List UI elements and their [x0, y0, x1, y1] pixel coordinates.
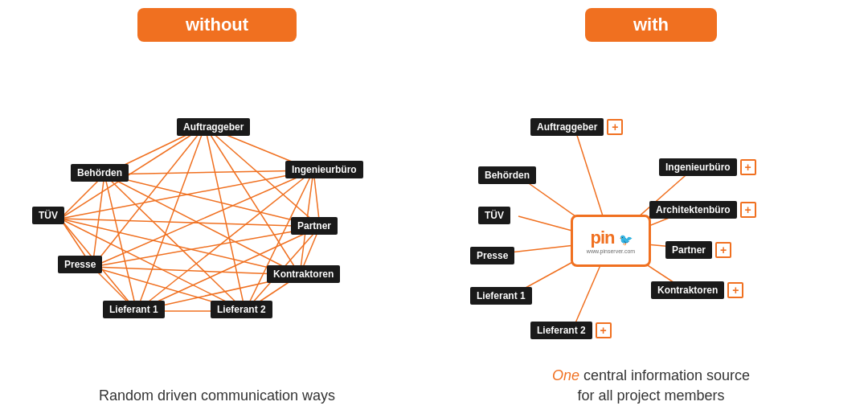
- node-behorden-right: Behörden: [478, 166, 536, 184]
- node-lieferant2-right: Lieferant 2 +: [530, 322, 612, 339]
- node-kontraktoren-left: Kontraktoren: [267, 265, 340, 283]
- node-tuv-left: TÜV: [32, 207, 64, 224]
- partner-plus[interactable]: +: [715, 242, 731, 258]
- caption-highlight: One: [552, 367, 579, 383]
- left-panel: without: [0, 0, 434, 418]
- node-lieferant1-right: Lieferant 1: [470, 287, 532, 305]
- caption-rest: central information sourcefor all projec…: [577, 367, 750, 404]
- architekten-plus[interactable]: +: [740, 202, 756, 218]
- left-caption: Random driven communication ways: [83, 378, 351, 418]
- svg-line-21: [60, 219, 320, 227]
- node-behorden-left: Behörden: [71, 164, 129, 182]
- svg-line-17: [92, 174, 104, 267]
- hub-center: pin 🐦 www.pinserver.com: [571, 215, 651, 267]
- behorden-label: Behörden: [478, 166, 536, 184]
- right-network: pin 🐦 www.pinserver.com Auftraggeber + I…: [434, 42, 868, 358]
- auftraggeber-label: Auftraggeber: [530, 118, 604, 136]
- partner-label: Partner: [665, 241, 712, 259]
- node-partner-right: Partner +: [665, 241, 731, 259]
- auftraggeber-plus[interactable]: +: [607, 119, 623, 135]
- kontraktoren-plus[interactable]: +: [727, 282, 743, 298]
- architekten-label: Architektenbüro: [649, 201, 737, 219]
- node-auftraggeber-right: Auftraggeber +: [530, 118, 623, 136]
- ingenieurburo-plus[interactable]: +: [740, 159, 756, 175]
- lieferant2-label: Lieferant 2: [530, 322, 592, 339]
- lieferant2-plus[interactable]: +: [596, 322, 612, 338]
- right-network-svg: [434, 42, 868, 358]
- node-presse-left: Presse: [58, 256, 102, 273]
- ingenieurburo-label: Ingenieurbüro: [659, 158, 737, 176]
- node-auftraggeber-left: Auftraggeber: [177, 118, 250, 136]
- with-badge: with: [585, 8, 717, 42]
- node-partner-left: Partner: [291, 217, 338, 235]
- kontraktoren-label: Kontraktoren: [651, 281, 724, 299]
- hub-url: www.pinserver.com: [587, 248, 635, 254]
- without-badge: without: [137, 8, 297, 42]
- svg-line-5: [205, 126, 300, 275]
- main-container: without: [0, 0, 868, 418]
- hub-logo-text: pin: [590, 227, 614, 248]
- node-lieferant1-left: Lieferant 1: [103, 301, 165, 318]
- left-network-svg: [0, 42, 434, 378]
- node-architekten-right: Architektenbüro +: [649, 201, 756, 219]
- hub-bird-icon: 🐦: [619, 233, 632, 246]
- presse-label: Presse: [470, 247, 514, 264]
- node-tuv-right: TÜV: [478, 207, 510, 224]
- svg-line-26: [92, 227, 320, 267]
- hub-logo: pin 🐦: [590, 227, 631, 248]
- right-caption: One central information sourcefor all pr…: [536, 358, 766, 418]
- tuv-label: TÜV: [478, 207, 510, 224]
- node-presse-right: Presse: [470, 247, 514, 264]
- node-ingenieurburo-left: Ingenieurbüro: [285, 161, 363, 178]
- svg-line-7: [205, 126, 245, 311]
- right-panel: with: [434, 0, 868, 418]
- lieferant1-label: Lieferant 1: [470, 287, 532, 305]
- node-ingenieurburo-right: Ingenieurbüro +: [659, 158, 756, 176]
- node-lieferant2-left: Lieferant 2: [211, 301, 272, 318]
- left-network: Auftraggeber Ingenieurbüro Behörden TÜV …: [0, 42, 434, 378]
- node-kontraktoren-right: Kontraktoren +: [651, 281, 743, 299]
